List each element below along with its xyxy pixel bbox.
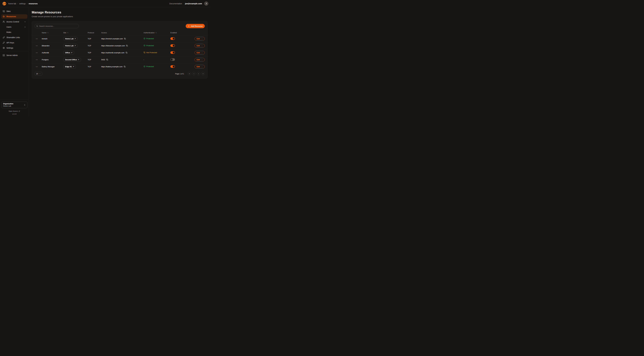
resource-protocol: TCP	[88, 45, 101, 47]
shield-check-icon	[144, 38, 146, 40]
chevrons-left-button[interactable]	[188, 72, 191, 76]
resource-protocol: TCP	[88, 66, 101, 68]
sidebar-item-roles[interactable]: Roles	[1, 30, 28, 34]
sidebar-item-sites[interactable]: Sites	[1, 9, 28, 14]
copy-icon[interactable]	[126, 52, 128, 54]
breadcrumb-separator: ›	[17, 2, 18, 4]
sidebar-item-settings[interactable]: Settings	[1, 46, 28, 50]
copy-icon[interactable]	[124, 38, 126, 40]
sidebar-item-users[interactable]: Users	[1, 25, 28, 29]
organization-picker[interactable]: Organization Home Lab	[1, 102, 28, 108]
copy-icon[interactable]	[124, 66, 126, 68]
avatar[interactable]: J	[204, 2, 208, 6]
resource-name: Immich	[42, 38, 63, 40]
chevron-left-icon	[193, 73, 195, 75]
copy-icon[interactable]	[126, 45, 128, 46]
breadcrumb-resources: resources	[28, 2, 38, 5]
edit-button[interactable]: Edit→	[194, 44, 205, 48]
auth-status-badge: Protected	[144, 38, 154, 40]
site-link[interactable]: Home Lab↗	[63, 37, 78, 41]
column-header-enabled: Enabled	[170, 32, 189, 34]
column-header-authentication[interactable]: Authentication↑↓	[144, 32, 170, 34]
search-input[interactable]	[39, 25, 77, 27]
sidebar-item-access-control[interactable]: Access Control	[1, 20, 28, 24]
breadcrumb-home-lab[interactable]: home-lab	[8, 2, 16, 5]
edit-button[interactable]: Edit→	[194, 65, 205, 68]
link-icon	[3, 36, 5, 38]
breadcrumb: home-lab › settings › resources	[8, 2, 38, 5]
app-version: v1.3.0	[1, 113, 28, 115]
server-icon	[3, 54, 5, 56]
resources-card: Add Resource Name↑↓ Site↑↓ Protocol	[32, 21, 208, 78]
chevron-down-icon	[39, 73, 41, 74]
enabled-toggle[interactable]	[170, 37, 175, 40]
breadcrumb-settings[interactable]: settings	[19, 2, 26, 5]
chevrons-up-down-icon	[24, 104, 26, 106]
resource-access-url: https://authentik.example.com	[101, 52, 124, 54]
edit-button[interactable]: Edit→	[194, 37, 205, 40]
edit-button[interactable]: Edit→	[194, 58, 205, 62]
user-email-menu[interactable]: joe@example.com	[185, 2, 202, 5]
enabled-toggle[interactable]	[170, 65, 175, 68]
arrow-up-right-icon: ↗	[73, 66, 74, 68]
resource-protocol: TCP	[88, 38, 101, 40]
gear-icon	[3, 47, 5, 49]
column-header-name[interactable]: Name↑↓	[42, 32, 63, 34]
chevron-left-button[interactable]	[192, 72, 196, 76]
page-size-select[interactable]: 20	[34, 72, 42, 76]
page-indicator: Page 1 of 1	[175, 73, 184, 75]
add-resource-label: Add Resource	[191, 25, 202, 27]
arrow-up-right-icon: ↗	[74, 45, 76, 46]
resources-icon	[3, 16, 5, 18]
sidebar-nav: SitesResourcesAccess ControlUsersRolesSh…	[1, 9, 28, 58]
sidebar-item-api-keys[interactable]: API Keys	[1, 40, 28, 45]
row-menu-button[interactable]: ⋯	[32, 66, 42, 68]
toggle-knob	[173, 52, 175, 54]
breadcrumb-separator: ›	[27, 2, 28, 4]
table-body: ⋯ImmichHome Lab↗TCPhttps://immich.exampl…	[32, 35, 208, 70]
pangolin-logo[interactable]	[2, 2, 6, 6]
site-link[interactable]: Second Office↗	[63, 58, 81, 62]
row-menu-button[interactable]: ⋯	[32, 58, 42, 61]
resources-table: Name↑↓ Site↑↓ Protocol Access Authentica…	[32, 30, 208, 70]
shield-check-icon	[144, 44, 146, 46]
row-menu-button[interactable]: ⋯	[32, 38, 42, 40]
plus-icon	[188, 25, 190, 27]
table-row: ⋯BitwardenHome Lab↗TCPhttps://bitwarden.…	[32, 42, 208, 49]
site-link[interactable]: Office↗	[63, 51, 74, 55]
open-source-link[interactable]: Open Source	[1, 110, 28, 112]
arrow-right-icon: →	[201, 45, 203, 47]
shield-off-icon	[144, 52, 146, 54]
arrow-up-right-icon: ↗	[71, 52, 72, 54]
sidebar-item-server-admin[interactable]: Server Admin	[1, 53, 28, 58]
sort-icon: ↑↓	[155, 32, 157, 34]
copy-icon[interactable]	[106, 59, 108, 60]
row-menu-button[interactable]: ⋯	[32, 52, 42, 54]
table-footer: 20 Page 1 of 1	[32, 70, 208, 78]
enabled-toggle[interactable]	[170, 51, 175, 54]
chevron-right-button[interactable]	[197, 72, 200, 76]
column-header-access: Access	[101, 32, 144, 34]
page-subtitle: Create secure proxies to your private ap…	[32, 16, 208, 18]
add-resource-button[interactable]: Add Resource	[186, 24, 205, 28]
users-icon	[3, 21, 5, 23]
column-header-site[interactable]: Site↑↓	[63, 32, 88, 34]
enabled-toggle[interactable]	[170, 58, 175, 61]
site-link[interactable]: Edge 01↗	[63, 65, 76, 68]
search-icon	[36, 25, 38, 27]
resource-name: Battery Manager	[42, 66, 63, 68]
row-menu-button[interactable]: ⋯	[32, 44, 42, 47]
site-link[interactable]: Home Lab↗	[63, 44, 78, 48]
shield-check-icon	[144, 66, 146, 68]
enabled-toggle[interactable]	[170, 44, 175, 47]
external-link-icon	[18, 110, 20, 112]
auth-status-badge: Protected	[144, 66, 154, 68]
edit-button[interactable]: Edit→	[194, 51, 205, 54]
resource-name: Postgres	[42, 59, 63, 61]
documentation-link[interactable]: Documentation	[170, 2, 182, 5]
sidebar-item-shareable-links[interactable]: Shareable Links	[1, 35, 28, 40]
chevrons-right-button[interactable]	[201, 72, 205, 76]
sidebar-item-resources[interactable]: Resources	[1, 14, 28, 19]
page-title: Manage Resources	[32, 10, 208, 14]
key-icon	[3, 42, 5, 44]
